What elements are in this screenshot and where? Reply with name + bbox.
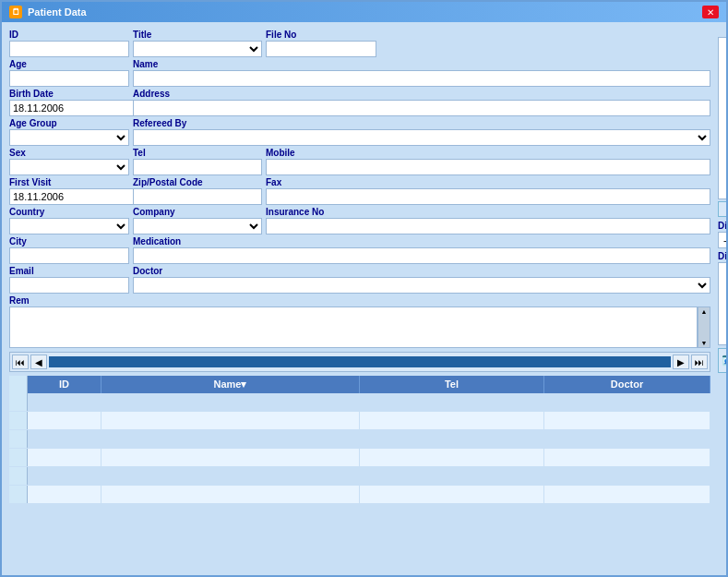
image-placeholder [718, 37, 726, 199]
mobile-label: Mobile [266, 148, 710, 158]
sex-label: Sex [9, 148, 129, 158]
upload-button[interactable]: Upload [718, 201, 726, 217]
firstvisit-label: First Visit [9, 177, 129, 187]
email-label: Email [9, 266, 129, 276]
mobile-input[interactable] [266, 159, 710, 175]
col-doctor-header: Doctor [544, 376, 710, 393]
fax-input[interactable] [266, 188, 710, 205]
age-input[interactable] [9, 70, 129, 87]
zip-field-group: Zip/Postal Code [133, 177, 262, 205]
disease-label: Disease [718, 251, 726, 261]
zip-input[interactable] [133, 188, 262, 205]
disease-textarea[interactable] [718, 262, 726, 345]
fileno-input[interactable] [266, 41, 376, 57]
city-label: City [9, 236, 129, 246]
sex-select[interactable] [9, 159, 129, 175]
firstvisit-input[interactable] [9, 188, 144, 205]
birthdate-input[interactable] [9, 100, 144, 116]
mobile-field-group: Mobile [266, 148, 710, 175]
firstvisit-field-group: First Visit ▼ [9, 177, 129, 205]
tel-field-group: Tel [133, 148, 262, 175]
table-body [9, 393, 710, 504]
image-disease-area: Patient Image Upload Clear Disease List … [718, 26, 726, 373]
disease-list-label: Disease List [718, 221, 726, 231]
table-header: ID Name▾ Tel Doctor [9, 376, 710, 393]
name-label: Name [133, 59, 710, 69]
insuranceno-input[interactable] [266, 218, 710, 234]
medication-input[interactable] [133, 247, 710, 264]
nav-next-button[interactable]: ▶ [673, 355, 689, 369]
agegroup-select[interactable] [9, 129, 129, 146]
name-field-group: Name [133, 59, 710, 87]
medication-field-group: Medication [133, 236, 710, 264]
close-window-button[interactable]: ✕ [702, 6, 719, 18]
name-input[interactable] [133, 70, 710, 87]
rem-label: Rem [9, 295, 710, 306]
country-field-group: Country [9, 207, 129, 234]
email-input[interactable] [9, 277, 129, 294]
id-label: ID [9, 30, 129, 40]
nav-bar: ⏮ ◀ ▶ ⏭ [9, 352, 710, 372]
table-row[interactable] [9, 486, 710, 504]
address-input[interactable] [133, 100, 710, 116]
tel-input[interactable] [133, 159, 262, 175]
doctor-label: Doctor [133, 266, 710, 276]
nav-bar-wrapper: ⏮ ◀ ▶ ⏭ [6, 352, 714, 374]
col-id-header: ID [28, 376, 101, 393]
company-field-group: Company [133, 207, 262, 234]
title-label: Title [133, 30, 262, 40]
doctor-field-group: Doctor [133, 266, 710, 294]
tel-label: Tel [133, 148, 262, 158]
age-label: Age [9, 59, 129, 69]
birthdate-label: Birth Date [9, 89, 129, 99]
nav-progress [49, 356, 671, 367]
rem-scrolldown[interactable]: ▼ [699, 340, 709, 346]
agegroup-field-group: Age Group [9, 118, 129, 146]
main-window: 🗒 Patient Data ✕ ID Title File No [0, 0, 728, 577]
insuranceno-label: Insurance No [266, 207, 710, 217]
disease-list-section: Disease List ----- [718, 221, 726, 248]
table-row[interactable] [9, 467, 710, 486]
sex-field-group: Sex [9, 148, 129, 175]
title-select[interactable] [133, 41, 262, 57]
fax-label: Fax [266, 177, 710, 187]
id-input[interactable] [9, 41, 129, 57]
app-icon: 🗒 [9, 6, 22, 18]
age-field-group: Age [9, 59, 129, 87]
nav-prev-button[interactable]: ◀ [30, 355, 47, 369]
rem-scrollup[interactable]: ▲ [699, 308, 709, 315]
id-field-group: ID [9, 30, 129, 57]
table-row[interactable] [9, 430, 710, 449]
refereedby-select[interactable] [133, 129, 710, 146]
company-select[interactable] [133, 218, 262, 234]
rem-textarea[interactable] [9, 307, 698, 348]
city-input[interactable] [9, 247, 129, 264]
nav-first-button[interactable]: ⏮ [12, 355, 29, 369]
patient-card-button[interactable]: 🪪 Patient Card [718, 348, 726, 373]
nav-last-button[interactable]: ⏭ [691, 355, 708, 369]
zip-label: Zip/Postal Code [133, 177, 262, 187]
table-row[interactable] [9, 412, 710, 430]
country-label: Country [9, 207, 129, 217]
city-field-group: City [9, 236, 129, 264]
refereedby-field-group: Refereed By [133, 118, 710, 146]
doctor-select[interactable] [133, 277, 710, 294]
right-side: Patient Image Upload Clear Disease List … [718, 26, 726, 571]
table-row[interactable] [9, 393, 710, 412]
titlebar: 🗒 Patient Data ✕ [2, 2, 726, 22]
disease-section: Disease ▲ ▼ [718, 251, 726, 345]
disease-list-select[interactable]: ----- [718, 232, 726, 248]
col-check-header [9, 376, 28, 393]
col-tel-header: Tel [360, 376, 544, 393]
window-title: Patient Data [28, 6, 87, 18]
country-select[interactable] [9, 218, 129, 234]
left-panel: ID Title File No Age N [6, 26, 714, 571]
birthdate-field-group: Birth Date ▼ [9, 89, 129, 116]
fileno-field-group: File No [266, 30, 376, 57]
insuranceno-field-group: Insurance No [266, 207, 710, 234]
address-field-group: Address [133, 89, 710, 116]
patient-card-section: 🪪 Patient Card [718, 348, 726, 373]
medication-label: Medication [133, 236, 710, 246]
table-row[interactable] [9, 449, 710, 467]
col-name-header: Name▾ [101, 376, 360, 393]
